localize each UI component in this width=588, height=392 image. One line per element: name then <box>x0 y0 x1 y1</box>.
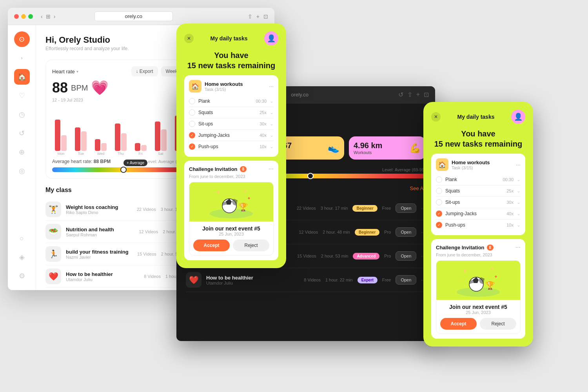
task-check-squats-2[interactable] <box>436 188 442 194</box>
sidebar-item-chart[interactable]: ⊕ <box>14 144 30 160</box>
task-expand-squats-2[interactable]: ⌄ <box>517 188 521 194</box>
chart-container: 150+ 100 50 0 Mon <box>52 109 189 156</box>
task-cat-header-2: 🏠 Home workouts Task (3/15) ··· <box>436 158 521 171</box>
dark-add-icon[interactable]: + <box>416 91 420 98</box>
class-info-2: build your fitness training Nazmi Javier <box>66 249 132 260</box>
accept-button-2[interactable]: Accept <box>440 318 477 330</box>
dark-browser-actions: ↺ ⇧ + ⊡ <box>398 91 429 98</box>
task-more-1[interactable]: ··· <box>269 83 274 89</box>
sidebar-item-home[interactable]: 🏠 <box>14 69 30 85</box>
task-check-pushups[interactable]: ✓ <box>189 143 195 150</box>
dark-class-access-3: Free <box>382 278 391 282</box>
sidebar-item-message[interactable]: ◎ <box>14 163 30 179</box>
bar-light-wed <box>101 143 107 151</box>
dark-open-2[interactable]: Open <box>396 251 416 261</box>
task-check-situps-2[interactable] <box>436 199 442 205</box>
task-cat-name-2: Home workouts <box>452 160 513 165</box>
class-info-0: Weight loss coaching Riko Sapto Dimo <box>66 204 132 215</box>
bar-sat: Sat <box>152 112 169 156</box>
chevron-down-icon[interactable]: ▾ <box>76 69 78 74</box>
challenge-header-1: Challenge Invitation 8 ··· <box>189 165 274 172</box>
challenge-more-1[interactable]: ··· <box>269 165 274 172</box>
share-icon[interactable]: ⇧ <box>248 13 252 20</box>
task-cat-sub-2: Task (3/15) <box>452 165 513 170</box>
dark-class-videos-1: 12 Videos <box>299 230 318 234</box>
close-button[interactable] <box>14 14 19 19</box>
sidebar-item-location[interactable]: ◈ <box>14 249 30 265</box>
task-expand-jumping[interactable]: ⌄ <box>270 132 274 138</box>
svg-text:✦: ✦ <box>494 274 498 279</box>
minimize-button[interactable] <box>21 14 26 19</box>
dark-refresh-icon[interactable]: ↺ <box>398 91 403 98</box>
sidebar-item-profile[interactable]: ○ <box>14 230 30 246</box>
task-cat-info-1: Home workouts Task (3/15) <box>205 81 266 92</box>
task-count-situps-2: 30x <box>506 200 514 205</box>
sidebar-item-settings[interactable]: ⚙ <box>14 268 30 284</box>
task-expand-plank-2[interactable]: ⌄ <box>517 177 521 182</box>
task-name-pushups: Push-ups <box>198 144 256 149</box>
task-count-situps: 30x <box>260 122 267 126</box>
modal-close-button-2[interactable]: ✕ <box>431 112 441 122</box>
task-check-jumping[interactable]: ✓ <box>189 132 195 138</box>
maximize-button[interactable] <box>28 14 33 19</box>
task-expand-pushups-2[interactable]: ⌄ <box>517 222 521 228</box>
dark-tabs-icon[interactable]: ⊡ <box>424 91 429 98</box>
task-item-jumping: ✓ Jumping-Jacks 40x ⌄ <box>189 130 274 141</box>
task-check-squats[interactable] <box>189 109 195 116</box>
task-check-situps[interactable] <box>189 121 195 127</box>
dark-open-1[interactable]: Open <box>396 227 416 237</box>
task-check-pushups-2[interactable]: ✓ <box>436 222 442 228</box>
task-count-squats-2: 25x <box>506 189 514 193</box>
nav-back-icon[interactable]: ‹ <box>41 13 43 20</box>
modal-close-button-1[interactable]: ✕ <box>184 34 194 43</box>
task-check-jumping-2[interactable]: ✓ <box>436 211 442 217</box>
class-section-title: My class <box>45 187 72 194</box>
avg-pill: + Average <box>123 160 147 166</box>
task-item-pushups-2: ✓ Push-ups 10x ⌄ <box>436 220 521 230</box>
modal-avatar-1: 👤 <box>264 31 278 45</box>
sidebar-item-heart[interactable]: ♡ <box>14 88 30 103</box>
reject-button-1[interactable]: Reject <box>233 240 269 251</box>
sidebar-item-history[interactable]: ↺ <box>14 125 30 141</box>
nav-forward-icon[interactable]: › <box>54 13 56 20</box>
task-modal-header-1: ✕ My daily tasks 👤 <box>184 31 278 45</box>
svg-text:★: ★ <box>490 267 494 271</box>
add-tab-icon[interactable]: + <box>256 13 260 20</box>
accept-button-1[interactable]: Accept <box>193 240 230 251</box>
task-expand-situps-2[interactable]: ⌄ <box>517 200 521 205</box>
bar-light-mon <box>61 135 67 151</box>
task-expand-squats[interactable]: ⌄ <box>270 110 274 115</box>
dark-open-0[interactable]: Open <box>396 203 416 213</box>
task-item-plank: Plank 00:30 ⌄ <box>189 96 274 107</box>
task-item-plank-2: Plank 00:30 ⌄ <box>436 174 521 185</box>
export-button[interactable]: ↓ Export <box>131 66 158 76</box>
nav-sidebar-icon[interactable]: ⊞ <box>46 13 51 20</box>
task-more-2[interactable]: ··· <box>516 162 521 168</box>
avg-label: Average heart rate: 88 BPM <box>52 159 111 164</box>
task-expand-situps[interactable]: ⌄ <box>270 121 274 127</box>
challenge-more-2[interactable]: ··· <box>515 244 521 251</box>
task-expand-jumping-2[interactable]: ⌄ <box>517 211 521 216</box>
sidebar-toggle-icon[interactable]: › <box>17 53 27 63</box>
dark-gauge-indicator <box>307 173 314 179</box>
date-range: 12 - 19 Jul 2023 <box>52 98 189 102</box>
task-check-plank-2[interactable] <box>436 176 442 183</box>
task-check-plank[interactable] <box>189 98 195 104</box>
class-name-0: Weight loss coaching <box>66 204 132 210</box>
bar-mon: Mon <box>52 112 70 156</box>
tabs-icon[interactable]: ⊡ <box>263 13 268 20</box>
dark-class-videos-3: 8 Videos <box>304 278 321 282</box>
reject-button-2[interactable]: Reject <box>480 318 516 330</box>
task-count-squats: 25x <box>260 110 267 115</box>
sidebar-item-clock[interactable]: ◷ <box>14 107 30 122</box>
heart-card-header: Heart rate ▾ ↓ Export Weekly ▾ <box>52 66 189 76</box>
task-expand-pushups[interactable]: ⌄ <box>270 144 274 149</box>
app-logo[interactable]: ⊙ <box>14 31 30 47</box>
dark-share-icon[interactable]: ⇧ <box>407 91 412 98</box>
class-name-2: build your fitness training <box>66 249 132 255</box>
class-teacher-2: Nazmi Javier <box>66 255 132 260</box>
dark-open-3[interactable]: Open <box>396 275 416 285</box>
bar-light-thu <box>121 133 127 151</box>
address-bar[interactable]: orely.co <box>94 11 173 21</box>
task-expand-plank[interactable]: ⌄ <box>270 98 274 104</box>
